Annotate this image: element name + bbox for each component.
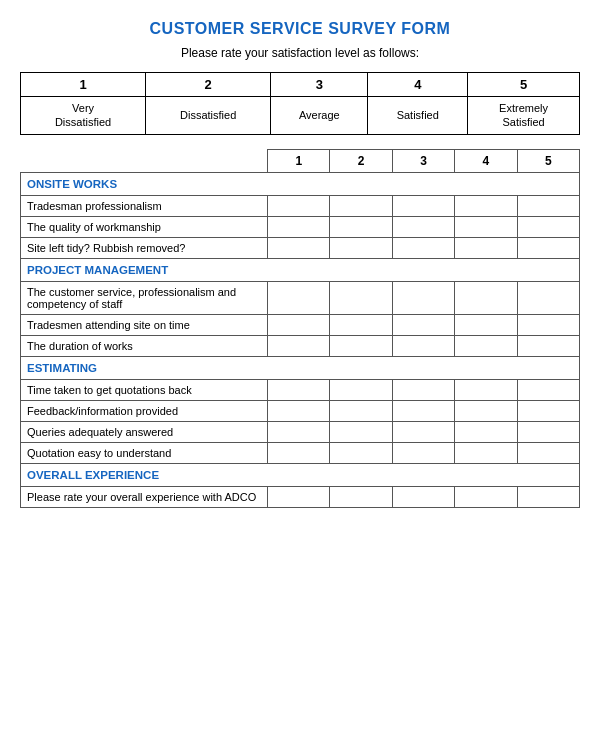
scale-label-5: ExtremelySatisfied xyxy=(468,97,580,135)
rating-cell-3-0-3[interactable] xyxy=(392,486,454,507)
rating-cell-0-0-3[interactable] xyxy=(392,195,454,216)
question-row-0-2: Site left tidy? Rubbish removed? xyxy=(21,237,580,258)
rating-cell-1-1-1[interactable] xyxy=(268,314,330,335)
rating-cell-2-2-1[interactable] xyxy=(268,421,330,442)
rating-cell-2-0-3[interactable] xyxy=(392,379,454,400)
rating-cell-0-0-4[interactable] xyxy=(455,195,517,216)
rating-cell-2-1-2[interactable] xyxy=(330,400,392,421)
rating-cell-0-2-1[interactable] xyxy=(268,237,330,258)
section-header-3: OVERALL EXPERIENCE xyxy=(21,463,580,486)
question-row-2-0: Time taken to get quotations back xyxy=(21,379,580,400)
question-row-1-0: The customer service, professionalism an… xyxy=(21,281,580,314)
rating-cell-0-1-3[interactable] xyxy=(392,216,454,237)
question-text-0-2: Site left tidy? Rubbish removed? xyxy=(21,237,268,258)
rating-cell-2-1-5[interactable] xyxy=(517,400,579,421)
rating-cell-3-0-5[interactable] xyxy=(517,486,579,507)
rating-cell-0-1-5[interactable] xyxy=(517,216,579,237)
survey-header-num-4: 4 xyxy=(455,149,517,172)
question-text-1-2: The duration of works xyxy=(21,335,268,356)
rating-cell-0-0-1[interactable] xyxy=(268,195,330,216)
rating-cell-1-1-4[interactable] xyxy=(455,314,517,335)
question-text-2-3: Quotation easy to understand xyxy=(21,442,268,463)
rating-cell-2-1-1[interactable] xyxy=(268,400,330,421)
rating-cell-1-1-2[interactable] xyxy=(330,314,392,335)
section-header-0: ONSITE WORKS xyxy=(21,172,580,195)
rating-cell-0-0-2[interactable] xyxy=(330,195,392,216)
rating-cell-2-3-1[interactable] xyxy=(268,442,330,463)
rating-cell-1-1-3[interactable] xyxy=(392,314,454,335)
rating-cell-2-2-5[interactable] xyxy=(517,421,579,442)
scale-label-2: Dissatisfied xyxy=(146,97,271,135)
scale-label-1: VeryDissatisfied xyxy=(21,97,146,135)
rating-cell-1-0-4[interactable] xyxy=(455,281,517,314)
section-title-1: PROJECT MANAGEMENT xyxy=(21,258,580,281)
section-title-3: OVERALL EXPERIENCE xyxy=(21,463,580,486)
rating-cell-1-2-1[interactable] xyxy=(268,335,330,356)
scale-num-5: 5 xyxy=(468,73,580,97)
rating-cell-3-0-1[interactable] xyxy=(268,486,330,507)
survey-header-num-2: 2 xyxy=(330,149,392,172)
rating-cell-1-2-3[interactable] xyxy=(392,335,454,356)
rating-cell-2-2-2[interactable] xyxy=(330,421,392,442)
rating-cell-2-1-3[interactable] xyxy=(392,400,454,421)
survey-header-num-3: 3 xyxy=(392,149,454,172)
rating-cell-1-2-5[interactable] xyxy=(517,335,579,356)
question-text-1-1: Tradesmen attending site on time xyxy=(21,314,268,335)
rating-cell-1-0-1[interactable] xyxy=(268,281,330,314)
rating-cell-1-0-3[interactable] xyxy=(392,281,454,314)
rating-cell-1-2-4[interactable] xyxy=(455,335,517,356)
rating-cell-0-1-4[interactable] xyxy=(455,216,517,237)
question-row-1-2: The duration of works xyxy=(21,335,580,356)
scale-num-3: 3 xyxy=(271,73,368,97)
scale-number-row: 1 2 3 4 5 xyxy=(21,73,580,97)
rating-cell-3-0-4[interactable] xyxy=(455,486,517,507)
question-row-0-0: Tradesman professionalism xyxy=(21,195,580,216)
rating-cell-2-0-2[interactable] xyxy=(330,379,392,400)
rating-cell-2-0-4[interactable] xyxy=(455,379,517,400)
question-text-0-1: The quality of workmanship xyxy=(21,216,268,237)
rating-cell-1-0-5[interactable] xyxy=(517,281,579,314)
survey-body: ONSITE WORKSTradesman professionalismThe… xyxy=(21,172,580,507)
rating-cell-0-2-5[interactable] xyxy=(517,237,579,258)
rating-cell-2-0-5[interactable] xyxy=(517,379,579,400)
rating-cell-2-3-4[interactable] xyxy=(455,442,517,463)
rating-cell-0-2-3[interactable] xyxy=(392,237,454,258)
rating-cell-2-2-3[interactable] xyxy=(392,421,454,442)
rating-cell-3-0-2[interactable] xyxy=(330,486,392,507)
section-title-0: ONSITE WORKS xyxy=(21,172,580,195)
section-title-2: ESTIMATING xyxy=(21,356,580,379)
rating-cell-2-1-4[interactable] xyxy=(455,400,517,421)
question-row-0-1: The quality of workmanship xyxy=(21,216,580,237)
rating-cell-2-0-1[interactable] xyxy=(268,379,330,400)
question-row-3-0: Please rate your overall experience with… xyxy=(21,486,580,507)
scale-num-4: 4 xyxy=(368,73,468,97)
question-text-0-0: Tradesman professionalism xyxy=(21,195,268,216)
rating-cell-2-3-3[interactable] xyxy=(392,442,454,463)
section-header-2: ESTIMATING xyxy=(21,356,580,379)
question-row-2-1: Feedback/information provided xyxy=(21,400,580,421)
rating-cell-1-0-2[interactable] xyxy=(330,281,392,314)
survey-header-num-1: 1 xyxy=(268,149,330,172)
scale-label-4: Satisfied xyxy=(368,97,468,135)
rating-cell-2-2-4[interactable] xyxy=(455,421,517,442)
rating-cell-0-1-1[interactable] xyxy=(268,216,330,237)
rating-cell-1-1-5[interactable] xyxy=(517,314,579,335)
rating-cell-2-3-2[interactable] xyxy=(330,442,392,463)
survey-table: 1 2 3 4 5 ONSITE WORKSTradesman professi… xyxy=(20,149,580,508)
question-text-1-0: The customer service, professionalism an… xyxy=(21,281,268,314)
page-container: CUSTOMER SERVICE SURVEY FORM Please rate… xyxy=(20,20,580,508)
rating-cell-1-2-2[interactable] xyxy=(330,335,392,356)
rating-cell-0-0-5[interactable] xyxy=(517,195,579,216)
rating-cell-0-2-2[interactable] xyxy=(330,237,392,258)
question-text-2-0: Time taken to get quotations back xyxy=(21,379,268,400)
question-row-1-1: Tradesmen attending site on time xyxy=(21,314,580,335)
scale-label-3: Average xyxy=(271,97,368,135)
section-header-1: PROJECT MANAGEMENT xyxy=(21,258,580,281)
rating-cell-2-3-5[interactable] xyxy=(517,442,579,463)
page-title: CUSTOMER SERVICE SURVEY FORM xyxy=(20,20,580,38)
scale-num-2: 2 xyxy=(146,73,271,97)
rating-cell-0-2-4[interactable] xyxy=(455,237,517,258)
rating-cell-0-1-2[interactable] xyxy=(330,216,392,237)
question-row-2-3: Quotation easy to understand xyxy=(21,442,580,463)
survey-header-num-5: 5 xyxy=(517,149,579,172)
